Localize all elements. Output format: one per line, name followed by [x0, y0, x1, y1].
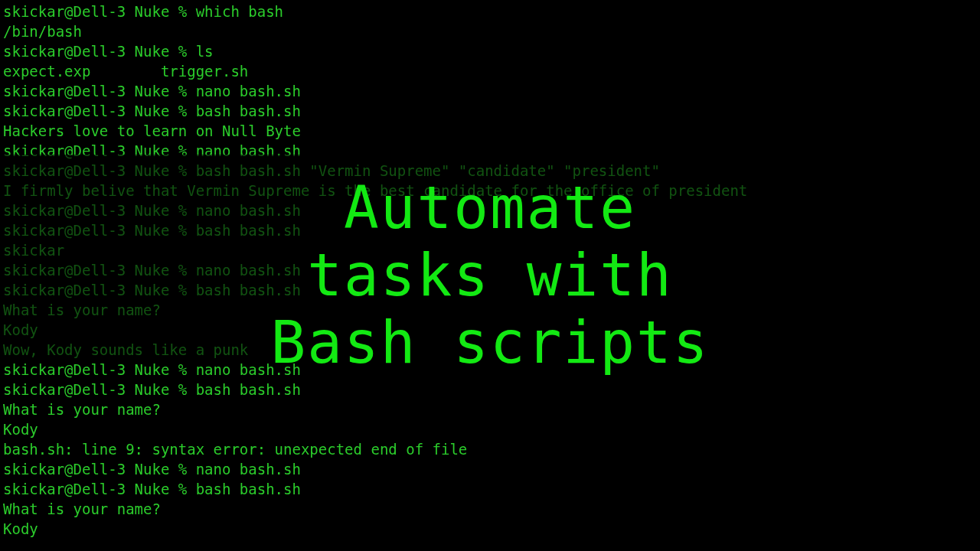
- terminal-line: skickar@Dell-3 Nuke % which bash: [3, 2, 980, 21]
- terminal-line: skickar@Dell-3 Nuke % bash bash.sh: [3, 101, 980, 121]
- terminal-line: Kody: [3, 320, 980, 340]
- terminal-line: skickar@Dell-3 Nuke % nano bash.sh: [3, 360, 980, 380]
- terminal-line: skickar@Dell-3 Nuke % bash bash.sh: [3, 479, 980, 499]
- terminal-line: Kody: [3, 419, 980, 439]
- terminal-line: skickar@Dell-3 Nuke % ls: [3, 41, 980, 61]
- terminal-line: skickar@Dell-3 Nuke % bash bash.sh "Verm…: [3, 161, 980, 181]
- terminal-line: skickar@Dell-3 Nuke % bash bash.sh: [3, 380, 980, 399]
- terminal-line: skickar@Dell-3 Nuke % nano bash.sh: [3, 81, 980, 101]
- terminal-output[interactable]: skickar@Dell-3 Nuke % which bash/bin/bas…: [3, 2, 980, 539]
- terminal-line: What is your name?: [3, 300, 980, 320]
- terminal-line: skickar: [3, 240, 980, 260]
- terminal-line: Kody: [3, 519, 980, 539]
- terminal-line: I firmly belive that Vermin Supreme is t…: [3, 181, 980, 201]
- terminal-line: Wow, Kody sounds like a punk: [3, 340, 980, 360]
- terminal-line: expect.exp trigger.sh: [3, 61, 980, 81]
- terminal-line: What is your name?: [3, 399, 980, 419]
- terminal-line: skickar@Dell-3 Nuke % nano bash.sh: [3, 260, 980, 280]
- terminal-line: What is your name?: [3, 499, 980, 519]
- terminal-line: skickar@Dell-3 Nuke % bash bash.sh: [3, 220, 980, 240]
- terminal-line: skickar@Dell-3 Nuke % nano bash.sh: [3, 459, 980, 479]
- terminal-line: skickar@Dell-3 Nuke % nano bash.sh: [3, 141, 980, 161]
- terminal-line: /bin/bash: [3, 21, 980, 41]
- terminal-line: Hackers love to learn on Null Byte: [3, 121, 980, 141]
- terminal-line: bash.sh: line 9: syntax error: unexpecte…: [3, 439, 980, 459]
- terminal-line: skickar@Dell-3 Nuke % bash bash.sh: [3, 280, 980, 300]
- terminal-line: skickar@Dell-3 Nuke % nano bash.sh: [3, 201, 980, 220]
